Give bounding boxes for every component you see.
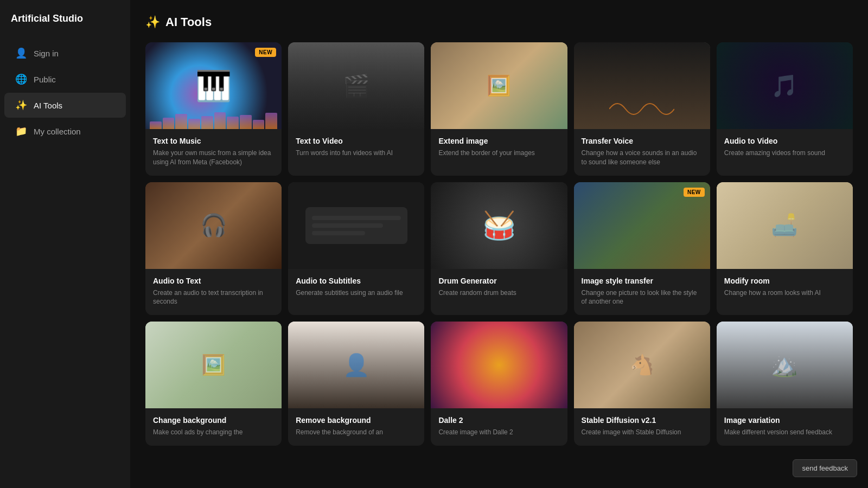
tool-card-text-to-video[interactable]: 🎬 Text to Video Turn words into fun vide… (288, 42, 424, 176)
tool-card-dalle-2[interactable]: Dalle 2 Create image with Dalle 2 (431, 322, 567, 446)
tool-card-desc-drum-generator: Create random drum beats (438, 288, 559, 298)
tool-card-info-change-background: Change background Make cool ads by chang… (145, 408, 282, 446)
tool-card-desc-modify-room: Change how a room looks with AI (724, 288, 845, 298)
sidebar-item-sign-in[interactable]: 👤 Sign in (4, 41, 126, 66)
tool-card-title-dalle-2: Dalle 2 (438, 416, 559, 425)
tool-card-image-image-variation: 🏔️ (717, 322, 853, 408)
tool-card-desc-change-background: Make cool ads by changing the (153, 428, 274, 437)
tool-card-image-remove-background: 👤 (288, 322, 424, 408)
badge-new: NEW (255, 48, 276, 57)
tool-card-desc-audio-to-text: Create an audio to text transcription in… (153, 288, 274, 307)
tools-grid: 🎹 NEW Text to Music Make your own music … (145, 42, 853, 446)
tool-card-desc-image-style-transfer: Change one picture to look like the styl… (582, 288, 703, 307)
tool-card-image-audio-to-text: 🎧 (145, 182, 282, 269)
tool-card-info-audio-to-subtitles: Audio to Subtitles Generate subtitles us… (288, 269, 424, 306)
tool-card-image-variation[interactable]: 🏔️ Image variation Make different versio… (717, 322, 853, 446)
tool-card-title-extend-image: Extend image (438, 137, 559, 145)
app-logo: Artificial Studio (0, 13, 130, 40)
tool-card-info-drum-generator: Drum Generator Create random drum beats (431, 269, 567, 306)
send-feedback-button[interactable]: send feedback (793, 459, 857, 477)
tool-card-extend-image[interactable]: 🖼️ Extend image Extend the border of you… (431, 42, 567, 176)
main-content: ✨ AI Tools 🎹 NEW Text to Music Make your… (130, 0, 868, 488)
tool-card-drum-generator[interactable]: 🥁 Drum Generator Create random drum beat… (431, 182, 567, 316)
tool-card-image-change-background: 🖼️ (145, 322, 282, 408)
tool-card-image-style-transfer[interactable]: NEW Image style transfer Change one pict… (574, 182, 710, 316)
tool-card-image-dalle-2 (431, 322, 567, 408)
tool-card-desc-dalle-2: Create image with Dalle 2 (438, 428, 559, 437)
ai-tools-header-icon: ✨ (145, 15, 160, 29)
tool-card-image-audio-to-video: 🎵 (717, 42, 853, 129)
person-icon: 👤 (15, 47, 27, 59)
tool-card-info-stable-diffusion: Stable Diffusion v2.1 Create image with … (574, 408, 710, 446)
badge-new: NEW (684, 188, 705, 197)
tool-card-image-image-style-transfer: NEW (574, 182, 710, 269)
tool-card-info-audio-to-text: Audio to Text Create an audio to text tr… (145, 269, 282, 316)
tool-card-title-audio-to-subtitles: Audio to Subtitles (296, 277, 417, 285)
tool-card-image-drum-generator: 🥁 (431, 182, 567, 269)
tool-card-title-drum-generator: Drum Generator (438, 277, 559, 285)
tool-card-title-transfer-voice: Transfer Voice (582, 137, 703, 145)
tool-card-title-image-style-transfer: Image style transfer (582, 277, 703, 285)
tool-card-remove-background[interactable]: 👤 Remove background Remove the backgroun… (288, 322, 424, 446)
tool-card-desc-transfer-voice: Change how a voice sounds in an audio to… (582, 149, 703, 167)
tool-card-audio-to-subtitles[interactable]: Audio to Subtitles Generate subtitles us… (288, 182, 424, 316)
sidebar-item-label: My collection (34, 127, 81, 136)
sidebar-nav: 👤 Sign in 🌐 Public ✨ AI Tools 📁 My colle… (0, 40, 130, 145)
tool-card-image-stable-diffusion: 🐴 (574, 322, 710, 408)
tool-card-desc-extend-image: Extend the border of your images (438, 149, 559, 158)
globe-icon: 🌐 (15, 73, 27, 85)
tool-card-desc-text-to-video: Turn words into fun videos with AI (296, 149, 417, 158)
tool-card-image-audio-to-subtitles (288, 182, 424, 269)
tool-card-title-change-background: Change background (153, 416, 274, 425)
tool-card-title-audio-to-text: Audio to Text (153, 277, 274, 285)
sidebar-item-label: Sign in (34, 49, 59, 58)
tool-card-title-text-to-video: Text to Video (296, 137, 417, 145)
tool-card-desc-audio-to-video: Create amazing videos from sound (724, 149, 845, 158)
sidebar-item-public[interactable]: 🌐 Public (4, 67, 126, 92)
tool-card-desc-text-to-music: Make your own music from a simple idea u… (153, 149, 274, 167)
tool-card-change-background[interactable]: 🖼️ Change background Make cool ads by ch… (145, 322, 282, 446)
tool-card-image-modify-room: 🛋️ (717, 182, 853, 269)
sidebar-item-ai-tools[interactable]: ✨ AI Tools (4, 93, 126, 118)
sidebar-item-label: AI Tools (34, 101, 62, 110)
tool-card-info-text-to-video: Text to Video Turn words into fun videos… (288, 129, 424, 166)
tool-card-desc-audio-to-subtitles: Generate subtitles using an audio file (296, 288, 417, 298)
tool-card-info-extend-image: Extend image Extend the border of your i… (431, 129, 567, 166)
tool-card-stable-diffusion[interactable]: 🐴 Stable Diffusion v2.1 Create image wit… (574, 322, 710, 446)
tool-card-modify-room[interactable]: 🛋️ Modify room Change how a room looks w… (717, 182, 853, 316)
tool-card-image-extend-image: 🖼️ (431, 42, 567, 129)
tool-card-info-image-style-transfer: Image style transfer Change one picture … (574, 269, 710, 316)
tool-card-info-dalle-2: Dalle 2 Create image with Dalle 2 (431, 408, 567, 446)
page-header: ✨ AI Tools (145, 15, 853, 29)
tool-card-title-text-to-music: Text to Music (153, 137, 274, 145)
page-title: AI Tools (165, 15, 212, 29)
sidebar-item-my-collection[interactable]: 📁 My collection (4, 119, 126, 144)
tool-card-transfer-voice[interactable]: Transfer Voice Change how a voice sounds… (574, 42, 710, 176)
folder-icon: 📁 (15, 125, 27, 137)
tool-card-info-image-variation: Image variation Make different version s… (717, 408, 853, 446)
tool-card-image-text-to-music: 🎹 NEW (145, 42, 282, 129)
sidebar-item-label: Public (34, 75, 56, 84)
tool-card-audio-to-text[interactable]: 🎧 Audio to Text Create an audio to text … (145, 182, 282, 316)
tool-card-desc-remove-background: Remove the background of an (296, 428, 417, 437)
tool-card-desc-image-variation: Make different version send feedback (724, 428, 845, 437)
tool-card-image-text-to-video: 🎬 (288, 42, 424, 129)
tool-card-title-image-variation: Image variation (724, 416, 845, 425)
tool-card-title-audio-to-video: Audio to Video (724, 137, 845, 145)
tool-card-info-modify-room: Modify room Change how a room looks with… (717, 269, 853, 306)
tool-card-audio-to-video[interactable]: 🎵 Audio to Video Create amazing videos f… (717, 42, 853, 176)
tool-card-title-remove-background: Remove background (296, 416, 417, 425)
tool-card-info-transfer-voice: Transfer Voice Change how a voice sounds… (574, 129, 710, 176)
tool-card-info-remove-background: Remove background Remove the background … (288, 408, 424, 446)
tool-card-info-audio-to-video: Audio to Video Create amazing videos fro… (717, 129, 853, 166)
tool-card-info-text-to-music: Text to Music Make your own music from a… (145, 129, 282, 176)
tool-card-text-to-music[interactable]: 🎹 NEW Text to Music Make your own music … (145, 42, 282, 176)
tool-card-image-transfer-voice (574, 42, 710, 129)
sparkle-icon: ✨ (15, 99, 27, 111)
sidebar: Artificial Studio 👤 Sign in 🌐 Public ✨ A… (0, 0, 130, 488)
tool-card-title-modify-room: Modify room (724, 277, 845, 285)
tool-card-desc-stable-diffusion: Create image with Stable Diffusion (582, 428, 703, 437)
tool-card-title-stable-diffusion: Stable Diffusion v2.1 (582, 416, 703, 425)
